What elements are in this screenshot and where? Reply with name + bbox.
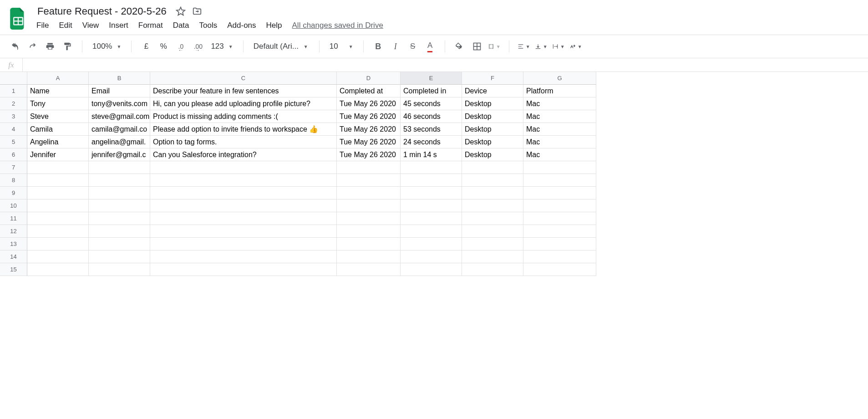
cell[interactable] bbox=[462, 263, 523, 276]
cell[interactable] bbox=[337, 250, 401, 263]
cell[interactable] bbox=[337, 238, 401, 250]
cell[interactable] bbox=[150, 161, 337, 174]
row-header[interactable]: 4 bbox=[0, 123, 27, 136]
menu-edit[interactable]: Edit bbox=[59, 21, 72, 30]
save-status[interactable]: All changes saved in Drive bbox=[292, 21, 383, 30]
sheets-logo[interactable] bbox=[9, 6, 27, 31]
cell[interactable]: Please add option to invite friends to w… bbox=[150, 123, 337, 136]
cell[interactable] bbox=[89, 187, 150, 199]
menu-tools[interactable]: Tools bbox=[199, 21, 218, 30]
cell[interactable] bbox=[523, 187, 596, 199]
cell[interactable] bbox=[27, 187, 89, 199]
cell[interactable]: 24 seconds bbox=[401, 136, 462, 148]
cell[interactable]: Desktop bbox=[462, 136, 523, 148]
cell[interactable] bbox=[462, 212, 523, 225]
cell[interactable]: Mac bbox=[523, 97, 596, 110]
cell[interactable] bbox=[337, 187, 401, 199]
paint-format-button[interactable] bbox=[61, 40, 74, 53]
print-button[interactable] bbox=[44, 40, 56, 53]
cell[interactable] bbox=[27, 225, 89, 238]
cell[interactable]: Mac bbox=[523, 110, 596, 123]
cell[interactable] bbox=[401, 212, 462, 225]
cell[interactable] bbox=[523, 212, 596, 225]
cell[interactable] bbox=[89, 199, 150, 212]
cell[interactable]: Email bbox=[89, 85, 150, 97]
cell[interactable] bbox=[27, 212, 89, 225]
redo-button[interactable] bbox=[26, 40, 39, 53]
cell[interactable] bbox=[337, 199, 401, 212]
cell[interactable]: Mac bbox=[523, 136, 596, 148]
row-header[interactable]: 11 bbox=[0, 212, 27, 225]
row-header[interactable]: 8 bbox=[0, 174, 27, 187]
row-header[interactable]: 2 bbox=[0, 97, 27, 110]
cell[interactable]: Desktop bbox=[462, 148, 523, 161]
cell[interactable]: Name bbox=[27, 85, 89, 97]
cell[interactable] bbox=[150, 174, 337, 187]
cell[interactable]: Tue May 26 2020 bbox=[337, 97, 401, 110]
cell[interactable]: 53 seconds bbox=[401, 123, 462, 136]
row-header[interactable]: 14 bbox=[0, 250, 27, 263]
cell[interactable] bbox=[462, 174, 523, 187]
cell[interactable] bbox=[27, 199, 89, 212]
cell[interactable]: Platform bbox=[523, 85, 596, 97]
cell[interactable] bbox=[401, 199, 462, 212]
star-icon[interactable] bbox=[176, 6, 186, 16]
cell[interactable] bbox=[523, 174, 596, 187]
cell[interactable] bbox=[89, 225, 150, 238]
vertical-align-button[interactable]: ▼ bbox=[535, 40, 548, 53]
cell[interactable] bbox=[89, 161, 150, 174]
formula-input[interactable] bbox=[23, 58, 868, 72]
decrease-decimal-button[interactable]: .0← bbox=[174, 40, 187, 53]
cell[interactable] bbox=[401, 187, 462, 199]
row-header[interactable]: 5 bbox=[0, 136, 27, 148]
cell[interactable] bbox=[89, 212, 150, 225]
cell[interactable]: Desktop bbox=[462, 123, 523, 136]
cell[interactable]: steve@gmail.com bbox=[89, 110, 150, 123]
cell[interactable] bbox=[523, 250, 596, 263]
italic-button[interactable]: I bbox=[389, 40, 402, 53]
cell[interactable]: jennifer@gmail.c bbox=[89, 148, 150, 161]
borders-button[interactable] bbox=[471, 40, 483, 53]
cell[interactable] bbox=[462, 187, 523, 199]
cell[interactable] bbox=[401, 263, 462, 276]
cell[interactable] bbox=[401, 238, 462, 250]
cell[interactable] bbox=[150, 250, 337, 263]
cell[interactable]: Tue May 26 2020 bbox=[337, 110, 401, 123]
row-header[interactable]: 15 bbox=[0, 263, 27, 276]
cell[interactable]: 1 min 14 s bbox=[401, 148, 462, 161]
cell[interactable] bbox=[27, 174, 89, 187]
cell[interactable] bbox=[337, 263, 401, 276]
zoom-selector[interactable]: 100%▼ bbox=[91, 42, 123, 51]
menu-insert[interactable]: Insert bbox=[109, 21, 128, 30]
cell[interactable]: Tony bbox=[27, 97, 89, 110]
cell[interactable]: Describe your feature in few sentences bbox=[150, 85, 337, 97]
row-header[interactable]: 12 bbox=[0, 225, 27, 238]
cell[interactable] bbox=[337, 161, 401, 174]
cell[interactable] bbox=[89, 174, 150, 187]
cell[interactable] bbox=[89, 250, 150, 263]
column-header[interactable]: A bbox=[27, 72, 89, 85]
increase-decimal-button[interactable]: .00→ bbox=[192, 40, 204, 53]
cell[interactable]: Option to tag forms. bbox=[150, 136, 337, 148]
cell[interactable] bbox=[150, 238, 337, 250]
row-header[interactable]: 10 bbox=[0, 199, 27, 212]
cell[interactable] bbox=[401, 225, 462, 238]
cell[interactable] bbox=[337, 212, 401, 225]
cell[interactable] bbox=[27, 238, 89, 250]
cell[interactable] bbox=[523, 225, 596, 238]
cell[interactable]: Desktop bbox=[462, 110, 523, 123]
cell[interactable] bbox=[462, 161, 523, 174]
column-header[interactable]: G bbox=[523, 72, 596, 85]
font-size-selector[interactable]: 10▼ bbox=[328, 42, 355, 51]
cell[interactable] bbox=[89, 263, 150, 276]
cell[interactable]: camila@gmail.co bbox=[89, 123, 150, 136]
cell[interactable] bbox=[462, 225, 523, 238]
cell[interactable] bbox=[150, 199, 337, 212]
cell[interactable] bbox=[337, 174, 401, 187]
select-all-corner[interactable] bbox=[0, 72, 27, 85]
column-header[interactable]: C bbox=[150, 72, 337, 85]
cell[interactable] bbox=[401, 250, 462, 263]
cell[interactable] bbox=[462, 238, 523, 250]
cell[interactable]: Angelina bbox=[27, 136, 89, 148]
cell[interactable]: Tue May 26 2020 bbox=[337, 123, 401, 136]
